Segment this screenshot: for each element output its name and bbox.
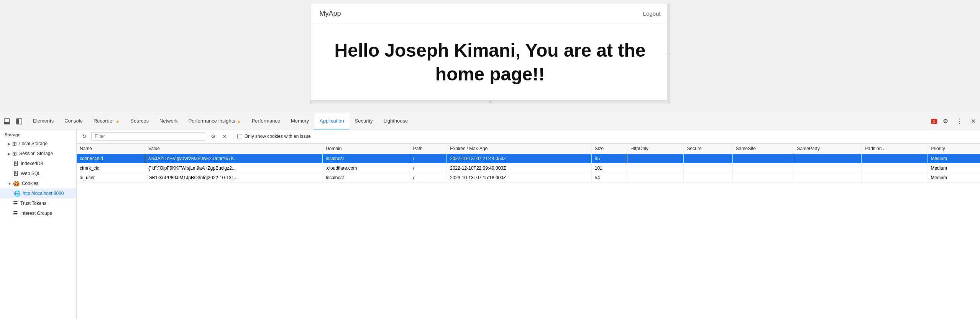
sidebar-item-cookies[interactable]: ▼ 🍪 Cookies [0,178,76,188]
issue-filter-label: Only show cookies with an issue [245,134,311,139]
interest-groups-label: Interest Groups [20,211,52,216]
tab-network[interactable]: Network [154,113,183,129]
issue-filter-checkbox-label[interactable]: Only show cookies with an issue [237,134,311,139]
cookie-table-container: Name Value Domain Path Expires / Max-Age… [77,144,980,319]
cookies-label: Cookies [22,181,38,186]
table-cell: / [410,154,446,164]
table-cell [627,164,684,173]
col-name[interactable]: Name [77,144,145,154]
table-cell [732,164,794,173]
tab-lighthouse[interactable]: Lighthouse [378,113,414,129]
table-cell [684,154,732,164]
local-storage-icon: ⊞ [12,141,17,147]
tab-memory[interactable]: Memory [286,113,314,129]
dock-side-icon[interactable] [14,116,25,127]
table-cell [862,173,927,183]
close-devtools-btn[interactable]: ✕ [968,116,978,127]
table-cell [732,154,794,164]
perf-insights-warning-icon: ▲ [237,119,241,123]
sidebar-item-trust-tokens[interactable]: ☰ Trust Tokens [0,198,76,208]
table-cell: Medium [927,173,980,183]
issue-filter-checkbox[interactable] [237,134,242,139]
resize-handle-vertical[interactable]: ═ [310,100,670,103]
sidebar-item-indexeddb[interactable]: 🗄 IndexedDB [0,159,76,168]
table-cell: 2023-10-13T07:15:18.000Z [447,173,592,183]
table-cell [627,173,684,183]
main-content-area: ↻ ⚙ ✕ Only show cookies with an issue Na… [77,129,980,319]
filter-settings-btn[interactable]: ⚙ [208,132,218,141]
table-cell [794,154,862,164]
devtools-tab-bar: Elements Console Recorder ▲ Sources Netw… [0,113,980,129]
cookie-toolbar: ↻ ⚙ ✕ Only show cookies with an issue [77,129,980,144]
sidebar-item-interest-groups[interactable]: ☰ Interest Groups [0,208,76,218]
table-cell: {"id":"OlpF9KKFWrsjLm9aA+ZgpBucigz2... [145,164,323,173]
col-samesite[interactable]: SameSite [732,144,794,154]
indexeddb-label: IndexedDB [21,161,43,166]
col-size[interactable]: Size [591,144,627,154]
tab-performance[interactable]: Performance [246,113,286,129]
sidebar-item-localhost[interactable]: 🌐 http://localhost:8080 [0,188,76,198]
table-cell: GB1ksuPP80JIM1JpRQ3nfq|2022-10-13T... [145,173,323,183]
devtools-panel: Elements Console Recorder ▲ Sources Netw… [0,113,980,319]
table-cell [732,173,794,183]
col-sameparty[interactable]: SameParty [794,144,862,154]
sidebar-item-web-sql[interactable]: 🗄 Web SQL [0,168,76,178]
col-expires[interactable]: Expires / Max-Age [447,144,592,154]
sidebar-item-session-storage[interactable]: ▶ ⊞ Session Storage [0,149,76,159]
localhost-icon: 🌐 [14,190,20,196]
error-count-badge[interactable]: 1 [931,119,937,124]
settings-icon-btn[interactable]: ⚙ [940,116,951,127]
col-domain[interactable]: Domain [323,144,410,154]
table-cell: / [410,164,446,173]
table-cell [684,164,732,173]
tab-console[interactable]: Console [59,113,88,129]
tab-security[interactable]: Security [350,113,378,129]
webpage-content: Hello Joseph Kimani, You are at the home… [310,23,670,102]
table-row[interactable]: cfmrk_cic{"id":"OlpF9KKFWrsjLm9aA+ZgpBuc… [77,164,980,173]
expand-arrow-cookies: ▼ [8,182,11,186]
col-path[interactable]: Path [410,144,446,154]
table-cell: / [410,173,446,183]
storage-section: Storage ▶ ⊞ Local Storage ▶ ⊞ Session St… [0,129,76,219]
col-httponly[interactable]: HttpOnly [627,144,684,154]
clear-filter-btn[interactable]: ✕ [220,132,229,141]
col-partition[interactable]: Partition ... [862,144,927,154]
tab-elements[interactable]: Elements [28,113,59,129]
table-cell: s%3AZILcHVigv0ViVM3PJwF2lUqnrY67K... [145,154,323,164]
tab-performance-insights[interactable]: Performance insights ▲ [183,113,246,129]
devtools-sidebar: Storage ▶ ⊞ Local Storage ▶ ⊞ Session St… [0,129,77,319]
table-cell [862,154,927,164]
webpage-nav: MyApp Logout [310,4,670,23]
table-cell [684,173,732,183]
drag-indicator: ⋮ [666,52,670,56]
dock-icon[interactable] [2,116,12,127]
table-cell: 95 [591,154,627,164]
trust-tokens-icon: ☰ [13,200,18,206]
drag-indicator-v: ═ [489,100,491,104]
col-value[interactable]: Value [145,144,323,154]
table-cell: localhost [323,173,410,183]
svg-rect-3 [16,119,19,124]
table-cell [794,164,862,173]
table-cell: Medium [927,164,980,173]
more-options-icon-btn[interactable]: ⋮ [954,116,965,127]
col-priority[interactable]: Priority [927,144,980,154]
cookie-table-body: connect.sids%3AZILcHVigv0ViVM3PJwF2lUqnr… [77,154,980,183]
sidebar-item-local-storage[interactable]: ▶ ⊞ Local Storage [0,139,76,149]
interest-groups-icon: ☰ [13,210,18,216]
table-cell: 2022-10-13T07:21:44.058Z [447,154,592,164]
tab-application[interactable]: Application [314,113,350,129]
storage-section-header: Storage [0,130,76,139]
refresh-button[interactable]: ↻ [80,132,89,141]
page-heading: Hello Joseph Kimani, You are at the home… [318,39,662,87]
filter-input[interactable] [91,132,206,141]
tab-sources[interactable]: Sources [125,113,154,129]
col-secure[interactable]: Secure [684,144,732,154]
cookies-icon: 🍪 [13,180,20,186]
table-row[interactable]: connect.sids%3AZILcHVigv0ViVM3PJwF2lUqnr… [77,154,980,164]
devtools-body: Storage ▶ ⊞ Local Storage ▶ ⊞ Session St… [0,129,980,319]
table-row[interactable]: ai_userGB1ksuPP80JIM1JpRQ3nfq|2022-10-13… [77,173,980,183]
resize-handle-horizontal[interactable]: ⋮ [667,4,670,103]
logout-button[interactable]: Logout [643,10,661,17]
tab-recorder[interactable]: Recorder ▲ [88,113,125,129]
